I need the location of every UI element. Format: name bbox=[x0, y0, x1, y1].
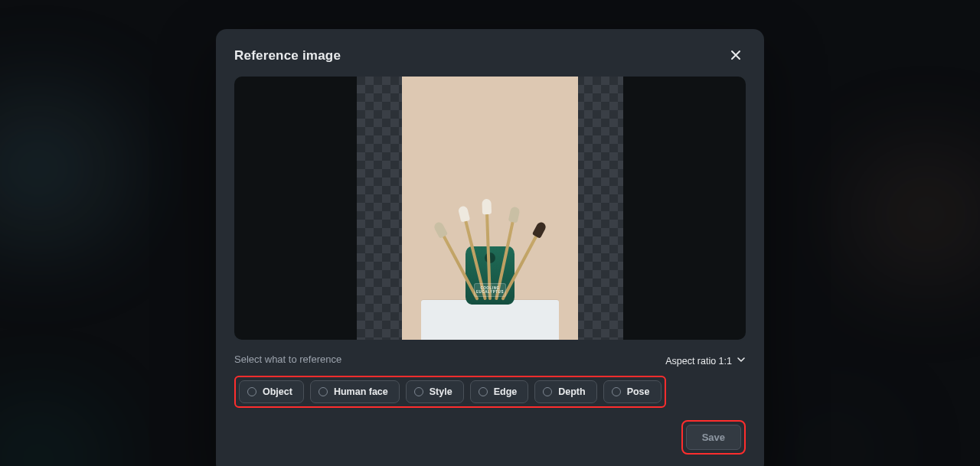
toothbrush-icon bbox=[442, 234, 479, 301]
select-prompt-label: Select what to reference bbox=[234, 354, 341, 365]
close-button[interactable] bbox=[726, 46, 746, 66]
controls-header: Select what to reference Aspect ratio 1:… bbox=[234, 354, 746, 368]
option-pose[interactable]: Pose bbox=[603, 380, 662, 403]
radio-icon bbox=[318, 387, 328, 396]
chevron-down-icon bbox=[737, 355, 746, 367]
radio-icon bbox=[543, 387, 552, 396]
option-label: Object bbox=[263, 386, 292, 397]
option-label: Depth bbox=[558, 386, 585, 397]
option-object[interactable]: Object bbox=[239, 380, 304, 403]
photo-shelf bbox=[421, 300, 559, 340]
option-human-face[interactable]: Human face bbox=[310, 380, 400, 403]
modal-header: Reference image bbox=[234, 46, 746, 66]
close-icon bbox=[730, 50, 741, 63]
option-style[interactable]: Style bbox=[406, 380, 464, 403]
save-button[interactable]: Save bbox=[686, 425, 741, 450]
toothbrush-icon bbox=[495, 220, 514, 301]
option-label: Style bbox=[430, 386, 452, 397]
option-depth[interactable]: Depth bbox=[534, 380, 596, 403]
modal-footer: Save bbox=[234, 420, 746, 455]
aspect-ratio-label: Aspect ratio 1:1 bbox=[665, 356, 732, 367]
aspect-ratio-dropdown[interactable]: Aspect ratio 1:1 bbox=[665, 354, 746, 368]
reference-image-modal: Reference image bbox=[216, 29, 764, 466]
radio-icon bbox=[479, 387, 488, 396]
reference-type-group: Object Human face Style Edge Depth Pose bbox=[234, 376, 666, 408]
radio-icon bbox=[247, 387, 256, 396]
image-stage: COOLING EUCALYPTUS bbox=[234, 77, 746, 340]
photo-jar: COOLING EUCALYPTUS bbox=[466, 246, 514, 305]
option-edge[interactable]: Edge bbox=[470, 380, 529, 403]
option-label: Edge bbox=[494, 386, 518, 397]
radio-icon bbox=[612, 387, 621, 396]
save-highlight: Save bbox=[681, 420, 746, 455]
option-label: Human face bbox=[334, 386, 388, 397]
radio-icon bbox=[414, 387, 423, 396]
modal-title: Reference image bbox=[234, 48, 341, 64]
toothbrush-icon bbox=[464, 220, 487, 301]
modal-overlay: Reference image bbox=[0, 0, 980, 466]
reference-photo: COOLING EUCALYPTUS bbox=[402, 77, 578, 340]
option-label: Pose bbox=[627, 386, 650, 397]
